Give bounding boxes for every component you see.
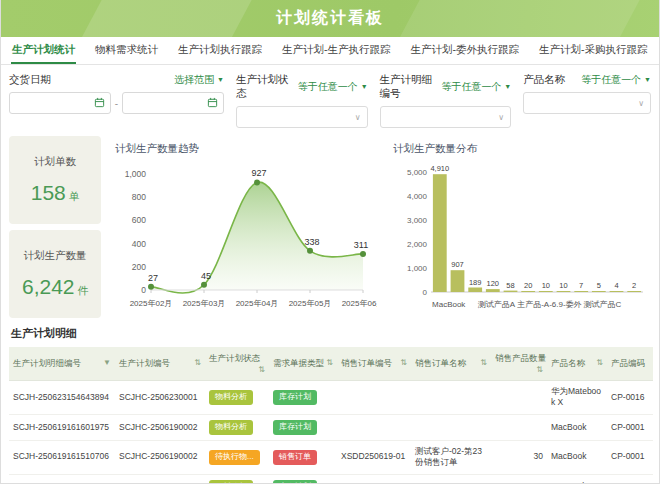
- svg-text:主产品-A-6.9-委外: 主产品-A-6.9-委外: [516, 300, 581, 309]
- svg-text:2025年04月: 2025年04月: [236, 299, 279, 308]
- tab-1[interactable]: 生产计划统计: [11, 37, 76, 64]
- sort-icon[interactable]: ⇅: [258, 365, 265, 374]
- caret-down-icon: ▼: [361, 83, 368, 90]
- cell-demand_type: 库存计划: [269, 474, 337, 484]
- tab-6[interactable]: 生产计划-采购执行跟踪: [538, 37, 649, 64]
- cell-product_name: MacBook: [547, 440, 607, 474]
- sort-icon[interactable]: ⇅: [480, 358, 487, 367]
- svg-text:200: 200: [132, 262, 146, 272]
- product-name-select[interactable]: ∨: [523, 92, 651, 114]
- stat-title: 计划单数: [34, 155, 76, 169]
- cell-order_no: XSDD250619-01: [337, 440, 411, 474]
- table-body: SCJH-250623154643894SCJHC-2506230001物料分析…: [9, 381, 653, 484]
- cell-qty: [491, 474, 547, 484]
- column-header-status[interactable]: 生产计划状态⇅: [205, 347, 269, 381]
- cell-demand_type: 销售订单: [269, 440, 337, 474]
- svg-text:400: 400: [132, 239, 146, 249]
- table-row[interactable]: SCJH-250623154643894SCJHC-2506230001物料分析…: [9, 381, 653, 415]
- svg-text:1,000: 1,000: [407, 264, 428, 273]
- filter-operator-button[interactable]: 选择范围 ▼: [174, 73, 224, 87]
- cell-status: 物料分析: [205, 381, 269, 415]
- trend-chart-panel: 计划生产数量趋势 02004006008001,0002025年02月2025年…: [107, 136, 379, 318]
- column-header-order_name[interactable]: 销售订单名称⇅: [411, 347, 491, 381]
- cell-plan_no: SCJHC-2506230001: [115, 381, 205, 415]
- tab-3[interactable]: 生产计划执行跟踪: [177, 37, 263, 64]
- cell-product_code: CP-0001: [607, 440, 653, 474]
- demand_type-badge: 库存计划: [273, 480, 317, 484]
- table-row[interactable]: SCJH-250619161510706SCJHC-2506190002待执行物…: [9, 440, 653, 474]
- sort-icon[interactable]: ⇅: [194, 358, 201, 367]
- svg-text:测试产品C: 测试产品C: [584, 300, 622, 309]
- plan-detail-no-select[interactable]: ∨: [380, 106, 512, 128]
- column-header-detail_no[interactable]: 生产计划明细编号▼: [9, 347, 115, 381]
- sort-icon[interactable]: ⇅: [400, 358, 407, 367]
- column-header-plan_no[interactable]: 生产计划编号⇅: [115, 347, 205, 381]
- demand_type-badge: 销售订单: [273, 450, 317, 465]
- tab-5[interactable]: 生产计划-委外执行跟踪: [410, 37, 521, 64]
- dashboard-page: 计划统计看板 生产计划统计物料需求统计生产计划执行跟踪生产计划-生产执行跟踪生产…: [0, 0, 660, 484]
- svg-text:2025年02月: 2025年02月: [130, 299, 173, 308]
- column-header-product_code[interactable]: 产品编码: [607, 347, 653, 381]
- cell-order_name: [411, 381, 491, 415]
- tab-4[interactable]: 生产计划-生产执行跟踪: [281, 37, 392, 64]
- date-start-input[interactable]: [9, 92, 111, 114]
- plan-detail-table: 生产计划明细编号▼生产计划编号⇅生产计划状态⇅需求单据类型⇅销售订单编号⇅销售订…: [9, 347, 653, 484]
- cell-demand_type: 库存计划: [269, 381, 337, 415]
- cell-status: 物料分析: [205, 474, 269, 484]
- stat-card-1: 计划单数158单: [9, 136, 101, 224]
- table-section-title: 生产计划明细: [11, 326, 651, 341]
- cell-plan_no: SCJHC-2506190002: [115, 414, 205, 440]
- cell-status: 物料分析: [205, 414, 269, 440]
- banner-decoration: [70, 0, 263, 37]
- filter-caret-icon[interactable]: ▼: [103, 358, 111, 367]
- cell-product_name: MacBook: [547, 414, 607, 440]
- status-badge: 物料分析: [209, 390, 253, 405]
- sort-icon[interactable]: ⇅: [596, 358, 603, 367]
- column-header-order_no[interactable]: 销售订单编号⇅: [337, 347, 411, 381]
- caret-down-icon: ▼: [504, 83, 511, 90]
- status-badge: 待执行物...: [209, 450, 260, 465]
- chevron-down-icon: ∨: [638, 99, 644, 108]
- filter-label: 产品名称: [523, 73, 565, 87]
- caret-down-icon: ▼: [217, 76, 224, 83]
- column-header-qty[interactable]: 销售产品数量⇅: [491, 347, 547, 381]
- calendar-icon: [207, 97, 218, 108]
- dashboard-row: 计划单数158单计划生产数量6,242件 计划生产数量趋势 0200400600…: [1, 134, 659, 318]
- filter-bar: 交货日期选择范围 ▼-生产计划状态等于任意一个 ▼∨生产计明细编号等于任意一个 …: [1, 65, 659, 134]
- cell-plan_no: SCJHC-2506190001: [115, 474, 205, 484]
- svg-text:2025年06月: 2025年06月: [342, 299, 377, 308]
- cell-order_name: [411, 414, 491, 440]
- sort-icon[interactable]: ⇅: [326, 358, 333, 367]
- filter-operator-button[interactable]: 等于任意一个 ▼: [442, 80, 512, 94]
- cell-order_no: [337, 381, 411, 415]
- svg-text:58: 58: [506, 281, 514, 290]
- tab-2[interactable]: 物料需求统计: [94, 37, 159, 64]
- svg-text:20: 20: [524, 281, 532, 290]
- date-range-separator: -: [115, 98, 118, 109]
- filter-operator-button[interactable]: 等于任意一个 ▼: [298, 80, 368, 94]
- caret-down-icon: ▼: [644, 76, 651, 83]
- svg-text:2: 2: [632, 281, 636, 290]
- svg-text:2025年03月: 2025年03月: [183, 299, 226, 308]
- cell-qty: 30: [491, 440, 547, 474]
- table-row[interactable]: SCJH-250619105433703SCJHC-2506190001物料分析…: [9, 474, 653, 484]
- table-row[interactable]: SCJH-250619161601975SCJHC-2506190002物料分析…: [9, 414, 653, 440]
- sort-icon[interactable]: ⇅: [536, 365, 543, 374]
- svg-text:4: 4: [614, 281, 618, 290]
- svg-text:2025年05月: 2025年05月: [289, 299, 332, 308]
- distribution-chart-title: 计划生产数量分布: [393, 142, 649, 156]
- column-header-product_name[interactable]: 产品名称⇅: [547, 347, 607, 381]
- cell-order_no: [337, 474, 411, 484]
- plan-status-select[interactable]: ∨: [236, 106, 368, 128]
- filter-operator-button[interactable]: 等于任意一个 ▼: [581, 73, 651, 87]
- svg-text:600: 600: [132, 215, 146, 225]
- svg-text:927: 927: [251, 168, 266, 178]
- svg-text:800: 800: [132, 192, 146, 202]
- date-end-input[interactable]: [122, 92, 224, 114]
- svg-text:120: 120: [487, 279, 500, 288]
- column-header-demand_type[interactable]: 需求单据类型⇅: [269, 347, 337, 381]
- stat-value: 158单: [31, 181, 80, 205]
- svg-text:5: 5: [597, 281, 601, 290]
- svg-text:10: 10: [542, 281, 550, 290]
- chevron-down-icon: ∨: [498, 113, 504, 122]
